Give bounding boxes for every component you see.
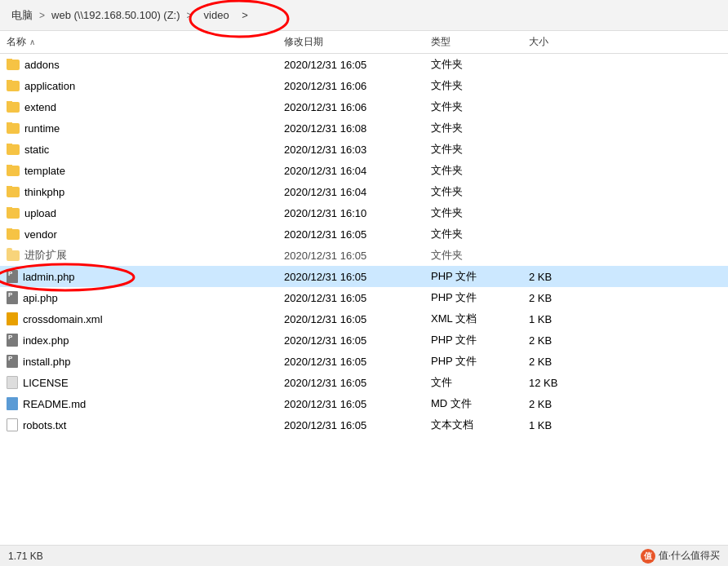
- col-type[interactable]: 类型: [424, 35, 522, 49]
- col-size[interactable]: 大小: [522, 35, 588, 49]
- file-row[interactable]: crossdomain.xml 2020/12/31 16:05 XML 文档 …: [0, 308, 728, 329]
- file-row-wrapper: LICENSE 2020/12/31 16:05 文件 12 KB: [0, 372, 728, 393]
- folder-row[interactable]: addons 2020/12/31 16:05 文件夹: [0, 54, 728, 75]
- folder-type-cell: 文件夹: [424, 163, 522, 178]
- folder-modified-cell: 2020/12/31 16:04: [277, 165, 424, 177]
- folder-row[interactable]: extend 2020/12/31 16:06 文件夹: [0, 96, 728, 117]
- folder-row[interactable]: static 2020/12/31 16:03 文件夹: [0, 139, 728, 160]
- file-row[interactable]: ladmin.php 2020/12/31 16:05 PHP 文件 2 KB: [0, 266, 728, 287]
- folder-icon: [7, 250, 20, 261]
- file-row[interactable]: robots.txt 2020/12/31 16:05 文本文档 1 KB: [0, 414, 728, 436]
- folder-row[interactable]: vendor 2020/12/31 16:05 文件夹: [0, 223, 728, 245]
- folder-name: addons: [24, 59, 60, 71]
- file-type-cell: PHP 文件: [424, 269, 522, 284]
- file-row[interactable]: README.md 2020/12/31 16:05 MD 文件 2 KB: [0, 393, 728, 414]
- breadcrumb-computer[interactable]: 电脑: [8, 7, 36, 24]
- breadcrumb-video[interactable]: video: [196, 7, 237, 24]
- file-size-cell: 2 KB: [522, 292, 588, 304]
- folder-name: vendor: [24, 228, 57, 241]
- folder-name-cell: static: [0, 144, 277, 156]
- breadcrumb-web[interactable]: web (\\192.168.50.100) (Z:): [48, 7, 184, 23]
- file-size-cell: 2 KB: [522, 271, 588, 283]
- folder-modified-cell: 2020/12/31 16:10: [277, 207, 424, 219]
- folder-name: static: [24, 144, 49, 156]
- folder-icon: [7, 102, 20, 113]
- col-modified[interactable]: 修改日期: [277, 35, 424, 49]
- folder-modified-cell: 2020/12/31 16:06: [277, 80, 424, 92]
- file-row[interactable]: LICENSE 2020/12/31 16:05 文件 12 KB: [0, 372, 728, 393]
- file-name-cell: LICENSE: [0, 376, 277, 389]
- folder-modified-cell: 2020/12/31 16:04: [277, 186, 424, 198]
- folder-icon: [7, 187, 20, 197]
- folder-name-cell: thinkphp: [0, 186, 277, 198]
- folder-row[interactable]: application 2020/12/31 16:06 文件夹: [0, 75, 728, 96]
- folder-name-cell: template: [0, 165, 277, 177]
- address-bar: 电脑 > web (\\192.168.50.100) (Z:) > video…: [0, 0, 728, 31]
- folder-type-cell: 文件夹: [424, 184, 522, 199]
- col-name[interactable]: 名称 ∧: [0, 35, 277, 49]
- file-type-cell: 文本文档: [424, 418, 522, 432]
- folder-row[interactable]: runtime 2020/12/31 16:08 文件夹: [0, 117, 728, 139]
- folder-name: application: [24, 80, 75, 92]
- breadcrumb-sep2: >: [187, 10, 193, 21]
- folder-name-cell: 进阶扩展: [0, 248, 277, 263]
- folder-type-cell: 文件夹: [424, 99, 522, 114]
- file-type-cell: PHP 文件: [424, 354, 522, 369]
- php-icon: [7, 355, 18, 368]
- file-row[interactable]: install.php 2020/12/31 16:05 PHP 文件 2 KB: [0, 351, 728, 372]
- file-name: ladmin.php: [23, 271, 75, 283]
- file-name-cell: ladmin.php: [0, 270, 277, 283]
- folder-icon: [7, 229, 20, 240]
- file-row-wrapper: robots.txt 2020/12/31 16:05 文本文档 1 KB: [0, 414, 728, 436]
- folder-type-cell: 文件夹: [424, 78, 522, 93]
- file-name: index.php: [23, 334, 69, 347]
- folder-row[interactable]: template 2020/12/31 16:04 文件夹: [0, 160, 728, 181]
- watermark-text: 值·什么值得买: [659, 549, 720, 563]
- watermark: 值 值·什么值得买: [641, 549, 720, 564]
- file-name: README.md: [23, 398, 86, 410]
- file-modified-cell: 2020/12/31 16:05: [277, 377, 424, 389]
- folder-icon: [7, 208, 20, 219]
- folder-icon: [7, 60, 20, 70]
- file-modified-cell: 2020/12/31 16:05: [277, 334, 424, 347]
- folder-type-cell: 文件夹: [424, 248, 522, 263]
- txt-icon: [7, 418, 18, 431]
- folder-row[interactable]: upload 2020/12/31 16:10 文件夹: [0, 202, 728, 223]
- folder-row[interactable]: thinkphp 2020/12/31 16:04 文件夹: [0, 181, 728, 202]
- file-row-wrapper: install.php 2020/12/31 16:05 PHP 文件 2 KB: [0, 351, 728, 372]
- folder-name: runtime: [24, 122, 60, 135]
- folder-icon: [7, 144, 20, 155]
- folder-row[interactable]: 进阶扩展 2020/12/31 16:05 文件夹: [0, 245, 728, 266]
- file-modified-cell: 2020/12/31 16:05: [277, 271, 424, 283]
- file-name: install.php: [23, 356, 71, 368]
- file-name-cell: README.md: [0, 397, 277, 410]
- file-row[interactable]: index.php 2020/12/31 16:05 PHP 文件 2 KB: [0, 329, 728, 351]
- folder-name: thinkphp: [24, 186, 64, 198]
- file-list: addons 2020/12/31 16:05 文件夹 application …: [0, 54, 728, 545]
- php-icon: [7, 334, 18, 347]
- status-bar: 1.71 KB 值 值·什么值得买: [0, 545, 728, 566]
- folder-name-cell: vendor: [0, 228, 277, 241]
- file-row-wrapper: README.md 2020/12/31 16:05 MD 文件 2 KB: [0, 393, 728, 414]
- folder-type-cell: 文件夹: [424, 121, 522, 135]
- file-name: robots.txt: [23, 419, 66, 431]
- folder-modified-cell: 2020/12/31 16:06: [277, 101, 424, 113]
- folder-name: template: [24, 165, 65, 177]
- file-name: api.php: [23, 292, 58, 304]
- file-type-cell: PHP 文件: [424, 290, 522, 305]
- php-icon: [7, 291, 18, 304]
- php-icon: [7, 270, 18, 283]
- file-name: LICENSE: [23, 377, 69, 389]
- breadcrumb-sep3: >: [242, 9, 248, 21]
- file-size-cell: 1 KB: [522, 419, 588, 431]
- file-name: crossdomain.xml: [23, 313, 103, 325]
- file-type-cell: XML 文档: [424, 312, 522, 326]
- folder-name-cell: addons: [0, 59, 277, 71]
- file-size-cell: 12 KB: [522, 377, 588, 389]
- file-row[interactable]: api.php 2020/12/31 16:05 PHP 文件 2 KB: [0, 287, 728, 308]
- folder-type-cell: 文件夹: [424, 206, 522, 220]
- folder-type-cell: 文件夹: [424, 227, 522, 241]
- file-icon: [7, 376, 18, 389]
- xml-icon: [7, 312, 18, 325]
- folder-type-cell: 文件夹: [424, 57, 522, 72]
